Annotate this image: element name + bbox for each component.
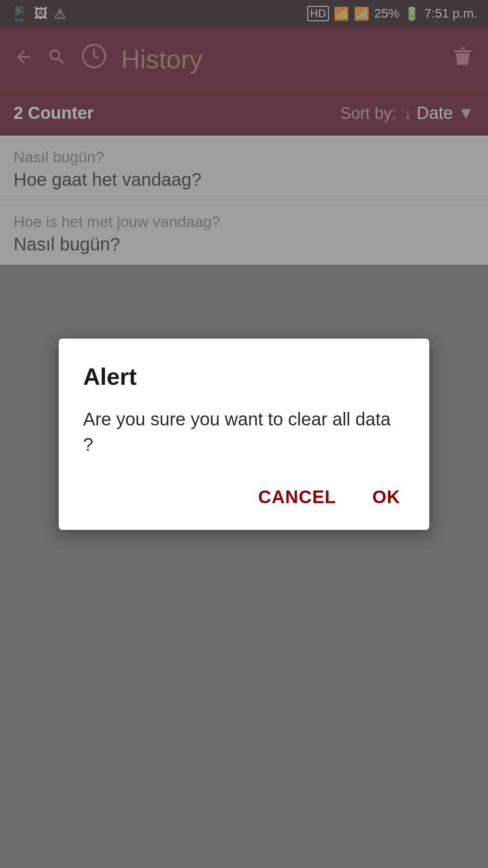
alert-dialog: Alert Are you sure you want to clear all… <box>59 339 429 530</box>
ok-button[interactable]: OK <box>368 482 405 512</box>
alert-message: Are you sure you want to clear all data … <box>83 406 405 457</box>
alert-buttons: CANCEL OK <box>83 482 405 512</box>
cancel-button[interactable]: CANCEL <box>253 482 341 512</box>
alert-title: Alert <box>83 363 405 390</box>
dialog-overlay: Alert Are you sure you want to clear all… <box>0 0 488 868</box>
